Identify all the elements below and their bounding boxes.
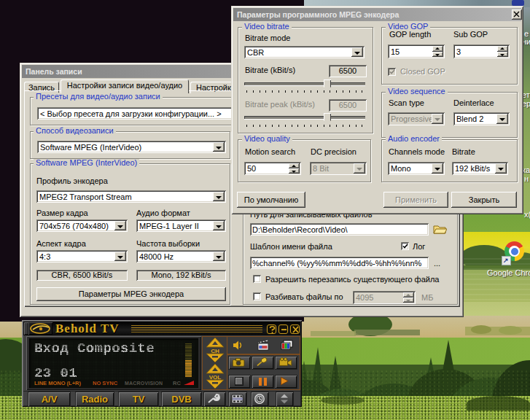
svg-text:VOL: VOL — [209, 374, 222, 381]
svg-text:CH: CH — [211, 348, 219, 354]
